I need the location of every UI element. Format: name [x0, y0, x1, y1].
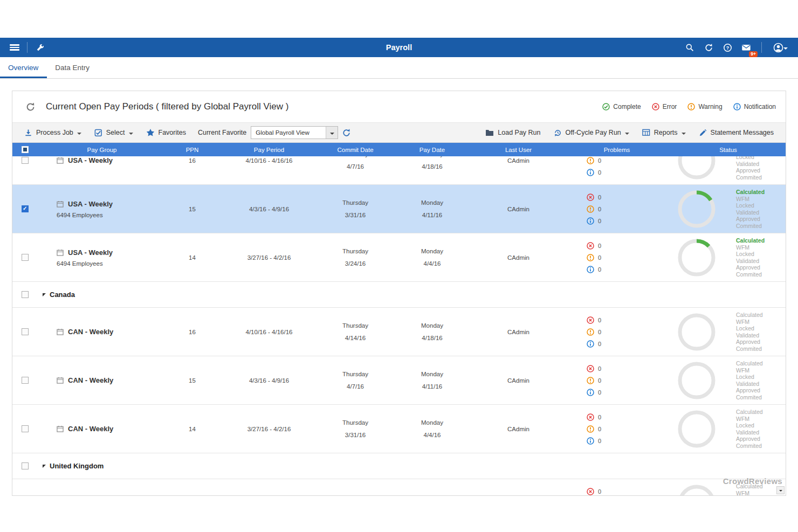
problems-cell: 000 [563, 308, 671, 356]
row-checkbox[interactable] [22, 425, 29, 432]
sync-button[interactable] [700, 39, 717, 56]
problem-error: 0 [587, 194, 601, 201]
select-dropdown-button[interactable] [326, 127, 338, 139]
group-checkbox[interactable] [22, 462, 29, 469]
status-approved: Approved [736, 264, 760, 271]
problems-cell: 000 [563, 479, 671, 496]
pay-period-value: 4/10/16 - 4/16/16 [218, 308, 320, 356]
status-cell: CalculatedWFMLockedValidatedApprovedComm… [722, 308, 786, 356]
status-approved: Approved [736, 338, 760, 346]
scrollbar-down-button[interactable] [776, 486, 785, 494]
problem-count: 0 [598, 438, 601, 444]
pay-period-value: 3/27/16 - 4/2/16 [218, 405, 320, 453]
problem-error: 0 [587, 365, 601, 372]
tools-button[interactable] [32, 39, 48, 56]
problem-error: 0 [587, 242, 601, 250]
hamburger-icon [10, 43, 19, 52]
table-row[interactable]: USA - Weekly164/10/16 - 4/16/16Thursday4… [12, 156, 786, 185]
column-status: Status [671, 147, 786, 153]
current-favorite-select[interactable]: Global Payroll View [251, 126, 338, 139]
group-row[interactable]: Canada [12, 282, 786, 308]
last-user-value: CAdmin [474, 233, 563, 281]
table-row[interactable]: USA - Weekly6494 Employees154/3/16 - 4/9… [12, 185, 786, 233]
status-approved: Approved [736, 387, 760, 394]
select-button[interactable]: Select [88, 123, 140, 142]
status-validated: Validated [736, 258, 759, 265]
commit-date: Thursday3/31/16 [320, 185, 390, 233]
group-checkbox[interactable] [22, 291, 29, 298]
table-row[interactable]: 000CalculatedWFMLockedValidatedApprovedC… [12, 479, 786, 496]
commit-date: Thursday4/7/16 [320, 156, 390, 184]
panel-refresh-button[interactable] [22, 99, 38, 115]
calendar-icon [57, 425, 64, 432]
group-row[interactable]: United Kingdom [12, 453, 786, 479]
info-icon [587, 389, 594, 396]
page: Payroll ? [0, 0, 798, 496]
menu-button[interactable] [6, 39, 23, 56]
pay-group-name: CAN - Weekly [68, 328, 113, 336]
load-pay-run-button[interactable]: Load Pay Run [479, 129, 547, 136]
row-checkbox[interactable] [22, 205, 29, 212]
process-job-button[interactable]: Process Job [18, 123, 88, 142]
problem-count: 0 [598, 218, 601, 224]
collapse-icon[interactable] [43, 465, 46, 468]
chevron-down-icon [330, 133, 334, 137]
table-row[interactable]: CAN - Weekly154/3/16 - 4/9/16Thursday4/7… [12, 356, 786, 405]
problem-warning: 0 [587, 425, 601, 433]
search-button[interactable] [682, 39, 698, 56]
status-approved: Approved [736, 167, 760, 174]
status-validated: Validated [736, 332, 759, 339]
row-checkbox[interactable] [22, 328, 29, 335]
chevron-down-icon [779, 490, 782, 493]
problem-count: 0 [598, 377, 601, 384]
column-pay-date: Pay Date [390, 147, 474, 153]
problems-cell: 000 [563, 156, 671, 184]
status-calculated: Calculated [736, 409, 763, 416]
status-locked: Locked [736, 156, 754, 161]
help-button[interactable]: ? [719, 39, 735, 56]
messages-button[interactable]: 9+ [738, 39, 754, 56]
problem-count: 0 [598, 426, 601, 432]
table-row[interactable]: CAN - Weekly164/10/16 - 4/16/16Thursday4… [12, 308, 786, 356]
pay-period-value [218, 479, 320, 496]
last-user-value: CAdmin [474, 156, 563, 184]
favorite-refresh-button[interactable] [338, 125, 354, 141]
off-cycle-pay-run-button[interactable]: Off-Cycle Pay Run [547, 128, 636, 137]
row-checkbox[interactable] [22, 254, 29, 261]
table-row[interactable]: CAN - Weekly143/27/16 - 4/2/16Thursday3/… [12, 405, 786, 453]
commit-date: Thursday4/14/16 [320, 308, 390, 356]
select-label: Select [106, 129, 125, 136]
row-checkbox[interactable] [22, 157, 29, 164]
column-pay-period: Pay Period [218, 147, 320, 153]
statement-messages-button[interactable]: Statement Messages [692, 129, 780, 137]
reports-button[interactable]: Reports [636, 128, 692, 137]
status-wfm: WFM [736, 244, 749, 251]
help-icon: ? [723, 43, 732, 52]
status-validated: Validated [736, 429, 759, 436]
calendar-icon [57, 377, 64, 384]
account-button[interactable] [769, 39, 792, 56]
tab-data-entry[interactable]: Data Entry [47, 57, 98, 78]
wrench-icon [36, 43, 45, 52]
problem-error: 0 [587, 488, 601, 495]
favorites-button[interactable]: Favorites [140, 123, 192, 142]
tab-bar: Overview Data Entry [0, 57, 798, 79]
complete-icon [602, 103, 610, 110]
pay-date: Monday4/11/16 [390, 356, 474, 404]
row-checkbox[interactable] [22, 377, 29, 384]
table-row[interactable]: USA - Weekly6494 Employees143/27/16 - 4/… [12, 233, 786, 282]
problem-count: 0 [598, 414, 601, 420]
status-validated: Validated [736, 161, 759, 168]
status-legend: CompleteErrorWarningNotification [602, 103, 776, 110]
tab-overview[interactable]: Overview [0, 57, 47, 78]
progress-donut [677, 361, 717, 400]
ppn-value: 14 [167, 233, 218, 281]
donut-cell [671, 185, 722, 233]
status-cell: CalculatedWFMLockedValidatedApprovedComm… [722, 356, 786, 404]
warning-icon [587, 254, 594, 261]
select-all-checkbox[interactable] [22, 146, 29, 153]
ppn-value: 15 [167, 356, 218, 404]
chevron-down-icon [77, 133, 81, 137]
problem-warning: 0 [587, 157, 601, 164]
collapse-icon[interactable] [43, 293, 46, 296]
